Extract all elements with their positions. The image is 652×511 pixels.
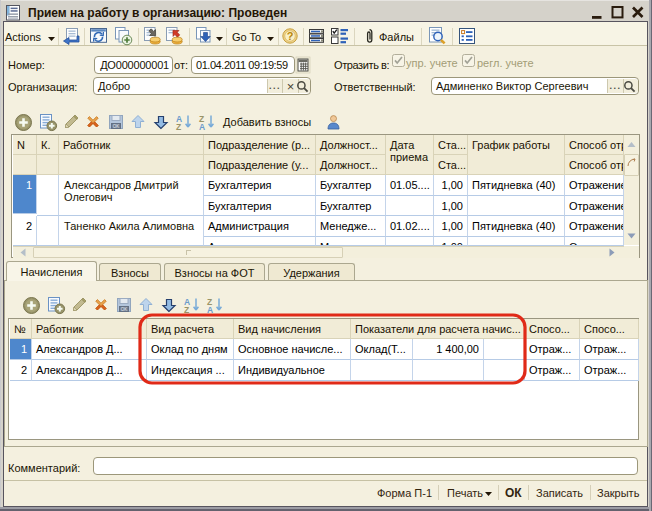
svg-text:?: ? bbox=[287, 30, 294, 42]
svg-text:A: A bbox=[199, 122, 205, 132]
svg-text:Z: Z bbox=[176, 122, 181, 132]
svg-text:OK: OK bbox=[121, 307, 128, 312]
svg-text:OK: OK bbox=[113, 124, 120, 129]
